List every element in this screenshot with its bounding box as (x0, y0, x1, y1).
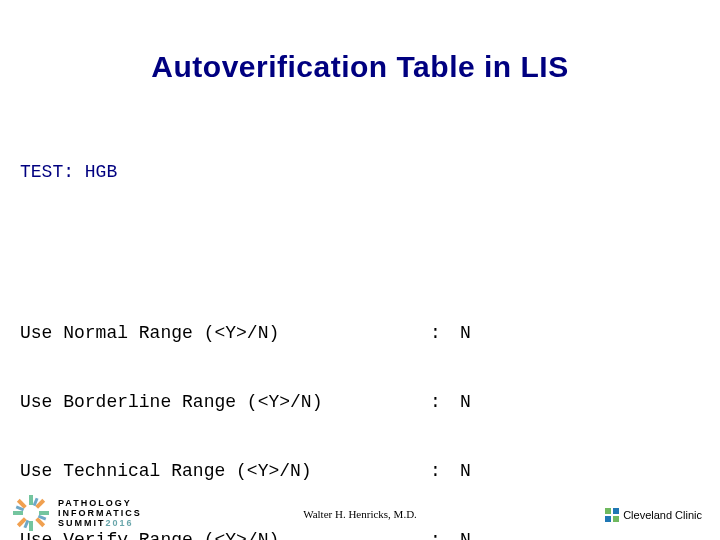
config-row: Use Normal Range (<Y>/N) : N (20, 322, 674, 345)
svg-rect-13 (613, 508, 619, 514)
cleveland-clinic-logo: Cleveland Clinic (605, 508, 702, 522)
row-colon: : (430, 391, 460, 414)
row-value: N (460, 322, 500, 345)
footer: PATHOLOGY INFORMATICS SUMMIT2016 Walter … (0, 485, 720, 540)
row-label: Use Normal Range (<Y>/N) (20, 322, 430, 345)
terminal-block: TEST: HGB Use Normal Range (<Y>/N) : N U… (20, 115, 674, 540)
clinic-name: Cleveland Clinic (623, 509, 702, 521)
svg-rect-14 (605, 516, 611, 522)
svg-rect-12 (605, 508, 611, 514)
row-note (500, 391, 555, 414)
cleveland-clinic-icon (605, 508, 619, 522)
row-label: Use Technical Range (<Y>/N) (20, 460, 430, 483)
test-header: TEST: HGB (20, 161, 674, 184)
config-row: Use Borderline Range (<Y>/N) : N (20, 391, 674, 414)
svg-rect-15 (613, 516, 619, 522)
logo-line-1: PATHOLOGY (58, 498, 142, 508)
row-colon: : (430, 460, 460, 483)
blank-line (20, 230, 674, 253)
svg-rect-0 (29, 495, 33, 505)
row-colon: : (430, 322, 460, 345)
row-label: Use Borderline Range (<Y>/N) (20, 391, 430, 414)
row-note (500, 322, 555, 345)
config-row: Use Technical Range (<Y>/N) : N (20, 460, 674, 483)
row-value: N (460, 391, 500, 414)
row-value: N (460, 460, 500, 483)
svg-rect-1 (29, 521, 33, 531)
slide-title: Autoverification Table in LIS (0, 50, 720, 84)
row-note (500, 460, 555, 483)
